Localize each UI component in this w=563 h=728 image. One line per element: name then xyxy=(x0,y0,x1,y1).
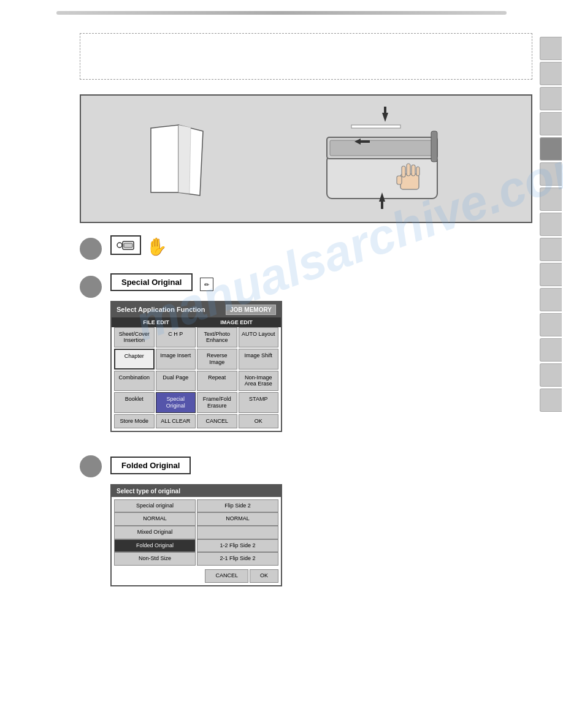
scanner-illustration xyxy=(299,107,471,211)
step-3-row: Folded Original Select type of original … xyxy=(80,453,532,591)
svg-rect-19 xyxy=(416,167,419,176)
svg-rect-23 xyxy=(124,243,132,248)
svg-rect-18 xyxy=(412,165,415,176)
screen-section-labels: FILE EDIT IMAGE EDIT xyxy=(112,317,281,327)
notice-text-3 xyxy=(90,63,92,70)
notice-text-1 xyxy=(90,42,92,50)
svg-rect-14 xyxy=(381,200,383,209)
folded-original-type-btn[interactable]: Folded Original xyxy=(114,539,196,553)
sidebar-tab-14[interactable] xyxy=(540,363,562,387)
svg-rect-10 xyxy=(351,125,400,128)
svg-rect-4 xyxy=(327,156,437,199)
svg-rect-7 xyxy=(431,131,437,162)
notice-box xyxy=(80,33,532,80)
top-decorative-bar xyxy=(56,11,507,15)
normal-btn-right[interactable]: NORMAL xyxy=(197,512,278,526)
screen-row-4: Booklet Special Original Frame/Fold Eras… xyxy=(112,392,281,413)
screen-row-2: Chapter Image Insert Reverse Image Image… xyxy=(112,349,281,370)
cancel-btn-2[interactable]: CANCEL xyxy=(205,569,248,583)
mixed-original-btn[interactable]: Mixed Original xyxy=(114,526,196,539)
sheet-cover-btn[interactable]: Sheet/Cover Insertion xyxy=(114,327,155,348)
ok-btn-1[interactable]: OK xyxy=(239,414,279,428)
sidebar-tab-12[interactable] xyxy=(540,313,562,336)
sidebar-tab-11[interactable] xyxy=(540,288,562,311)
step-2-circle xyxy=(80,276,102,298)
copy-icon-svg xyxy=(117,239,135,251)
sidebar-tab-7[interactable] xyxy=(540,188,562,211)
image-edit-label: IMAGE EDIT xyxy=(197,319,276,325)
1-2-flip-side-2-btn[interactable]: 1-2 Flip Side 2 xyxy=(197,539,278,553)
screen2-left-col: Special original NORMAL Mixed Original F… xyxy=(114,499,196,566)
screen2-title-bar: Select type of original xyxy=(112,485,281,497)
step-3-content: Folded Original Select type of original … xyxy=(110,457,532,591)
screen-title: Select Application Function xyxy=(117,306,205,313)
copy-icon-button xyxy=(110,235,141,255)
all-clear-btn[interactable]: ALL CLEAR xyxy=(156,414,196,428)
dual-page-btn[interactable]: Dual Page xyxy=(156,371,196,392)
screen2-layout: Special original NORMAL Mixed Original F… xyxy=(112,497,281,568)
notice-text-2 xyxy=(90,53,92,60)
file-edit-label: FILE EDIT xyxy=(117,319,196,325)
sidebar-tab-9[interactable] xyxy=(540,238,562,261)
step-2-row: Special Original ✏ Select Application Fu… xyxy=(80,273,532,442)
paper-fold-illustration xyxy=(142,116,215,202)
text-photo-btn[interactable]: Text/Photo Enhance xyxy=(197,327,237,348)
2-1-flip-side-2-btn[interactable]: 2-1 Flip Side 2 xyxy=(197,552,278,566)
sidebar-tab-3[interactable] xyxy=(540,87,562,110)
screen-row-1: Sheet/Cover Insertion C H P Text/Photo E… xyxy=(112,327,281,348)
sidebar-tab-6[interactable] xyxy=(540,162,562,186)
stamp-btn[interactable]: STAMP xyxy=(239,392,279,413)
ok-btn-2[interactable]: OK xyxy=(250,569,278,583)
illustration-box xyxy=(80,94,532,223)
screen-row-3: Combination Dual Page Repeat Non-Image A… xyxy=(112,371,281,392)
screen2-right-col: Flip Side 2 NORMAL 1-2 Flip Side 2 2-1 F… xyxy=(197,499,278,566)
svg-rect-12 xyxy=(358,140,370,143)
auto-layout-btn[interactable]: AUTO Layout xyxy=(239,327,279,348)
sidebar-tab-1[interactable] xyxy=(540,37,562,60)
cancel-btn-1[interactable]: CANCEL xyxy=(197,414,237,428)
svg-marker-3 xyxy=(178,125,191,194)
chp-btn[interactable]: C H P xyxy=(156,327,196,348)
steps-area: ✋ Special Original ✏ Select Application … xyxy=(80,235,532,591)
booklet-btn[interactable]: Booklet xyxy=(114,392,155,413)
sidebar-tab-13[interactable] xyxy=(540,338,562,362)
select-original-type-screen: Select type of original Special original… xyxy=(110,484,282,586)
non-std-size-btn[interactable]: Non-Std Size xyxy=(114,552,196,566)
sidebar-tab-5[interactable] xyxy=(540,137,562,161)
special-original-screen-btn[interactable]: Special Original xyxy=(156,392,196,413)
svg-rect-6 xyxy=(330,140,434,156)
combination-btn[interactable]: Combination xyxy=(114,371,155,392)
svg-marker-0 xyxy=(151,125,178,192)
sidebar-tab-2[interactable] xyxy=(540,62,562,85)
non-image-btn[interactable]: Non-Image Area Erase xyxy=(239,371,279,392)
normal-btn-left[interactable]: NORMAL xyxy=(114,512,196,526)
sidebar-tab-15[interactable] xyxy=(540,389,562,412)
step-2-content: Special Original ✏ Select Application Fu… xyxy=(110,273,532,442)
image-shift-btn[interactable]: Image Shift xyxy=(239,349,279,370)
flip-side-2-btn[interactable]: Flip Side 2 xyxy=(197,499,278,513)
scanner-svg xyxy=(308,107,462,211)
image-insert-btn[interactable]: Image Insert xyxy=(156,349,196,370)
main-content: ✋ Special Original ✏ Select Application … xyxy=(80,33,532,591)
special-original-button[interactable]: Special Original xyxy=(110,273,193,291)
sidebar-tab-4[interactable] xyxy=(540,112,562,135)
empty-btn xyxy=(197,526,278,539)
sidebar-tab-8[interactable] xyxy=(540,213,562,236)
edit-icon: ✏ xyxy=(200,278,213,291)
sidebar-tab-10[interactable] xyxy=(540,263,562,286)
frame-fold-btn[interactable]: Frame/Fold Erasure xyxy=(197,392,237,413)
step-1-row: ✋ xyxy=(80,235,532,262)
step-1-circle xyxy=(80,238,102,260)
chapter-btn[interactable]: Chapter xyxy=(114,349,155,370)
repeat-btn[interactable]: Repeat xyxy=(197,371,237,392)
folded-original-button[interactable]: Folded Original xyxy=(110,457,191,474)
step-1-inline: ✋ xyxy=(110,235,532,259)
job-memory-button[interactable]: JOB MEMORY xyxy=(226,305,276,315)
reverse-image-btn[interactable]: Reverse Image xyxy=(197,349,237,370)
svg-point-21 xyxy=(117,243,122,248)
store-mode-btn[interactable]: Store Mode xyxy=(114,414,155,428)
svg-rect-16 xyxy=(402,166,405,177)
right-sidebar xyxy=(540,37,563,412)
special-original-type-btn[interactable]: Special original xyxy=(114,499,196,513)
hand-stop-icon: ✋ xyxy=(146,237,167,257)
